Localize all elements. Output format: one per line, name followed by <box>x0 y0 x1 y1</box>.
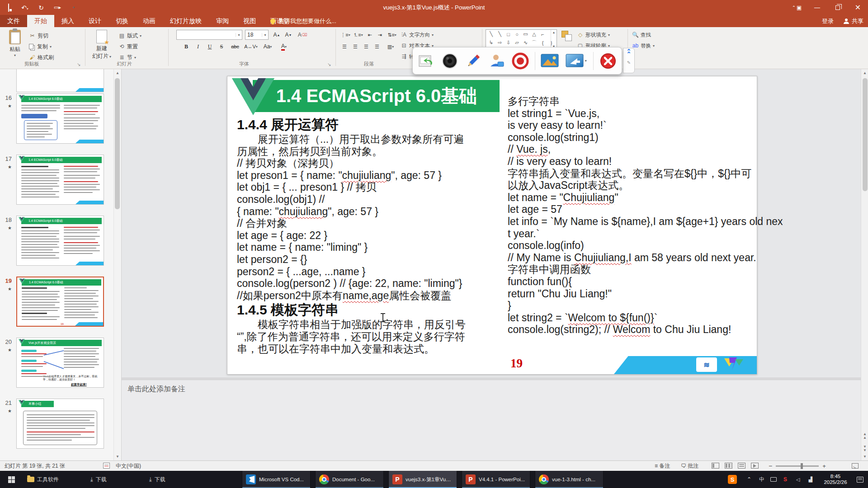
screen-share-dropdown[interactable]: ▾ <box>585 59 587 63</box>
pencil-icon[interactable] <box>464 52 482 70</box>
new-slide-button[interactable]: 新建 幻灯片 ▾ <box>90 29 114 60</box>
camera-lens-icon[interactable] <box>441 52 459 70</box>
text-shadow-button[interactable]: abc <box>229 42 241 52</box>
scroll-up-arrow[interactable]: ▲ <box>114 69 121 77</box>
shape-icon[interactable]: ⇨ <box>496 40 504 46</box>
spellcheck-icon[interactable] <box>103 461 110 471</box>
fit-to-window-icon[interactable] <box>852 461 859 471</box>
taskbar-toolbar-工具软件-0[interactable]: 工具软件 <box>27 471 59 488</box>
slide-thumbnail-18[interactable]: 1.4 ECMAScript 6.0基础 <box>16 216 104 266</box>
shape-icon[interactable]: ↳ <box>487 40 495 46</box>
slide-sorter-icon[interactable] <box>725 463 732 469</box>
volume-icon[interactable]: ◁ <box>794 477 802 483</box>
slide-right-column[interactable]: 多行字符串let string1 = `Vue.js,is very easy … <box>508 95 783 336</box>
tab-file[interactable]: 文件 <box>0 15 27 27</box>
strikethrough-button[interactable]: S <box>217 42 226 52</box>
font-name-combo[interactable]: ▾ <box>176 30 242 40</box>
minimize-button[interactable]: — <box>807 0 827 15</box>
ime-chinese[interactable]: 中 <box>758 476 766 483</box>
zoom-slider[interactable] <box>776 465 819 467</box>
gallery-scroll-arrows[interactable]: ▲▼ <box>551 30 557 49</box>
scroll-down-arrow[interactable]: ▼ <box>114 453 121 460</box>
shape-icon[interactable]: ○ <box>513 32 521 37</box>
underline-button[interactable]: U <box>205 42 214 52</box>
slide-thumbnail-15[interactable]: 案例演示：【例1-1、1-2】 <box>16 69 104 92</box>
layout-button[interactable]: ▤版式▾ <box>118 31 142 41</box>
replace-button[interactable]: ab替换▾ <box>632 41 655 51</box>
increase-indent-button[interactable]: ⇥ <box>375 30 384 40</box>
taskbar-clock[interactable]: 8:45 2025/2/26 <box>819 471 852 488</box>
workspace-scrollbar[interactable]: ▲ ▲▲ ▼▼ ▼ <box>861 69 868 460</box>
screen-share-icon[interactable]: ▾ <box>564 52 588 70</box>
numbering-button[interactable]: ⒈≡▾ <box>353 30 363 40</box>
paste-button[interactable]: 粘贴▾ <box>3 29 27 57</box>
slide-thumbnail-21[interactable]: 本章小结 <box>16 399 104 449</box>
shape-icon[interactable]: ▭ <box>522 31 529 37</box>
taskbar-app-Microsoft VS Cod...[interactable]: Microsoft VS Cod... <box>242 471 311 488</box>
bullets-button[interactable]: ⋮≡▾ <box>340 30 351 40</box>
tab-切换[interactable]: 切换 <box>108 15 136 27</box>
comments-toggle[interactable]: 🗨 批注 <box>681 461 698 471</box>
align-center-button[interactable]: ☰ <box>351 42 360 52</box>
ws-scroll-down-arrow[interactable]: ▼ <box>861 453 868 460</box>
previous-slide-button[interactable]: ▲▲ <box>861 431 868 439</box>
slide-left-column[interactable]: 1.4.4 展开运算符 展开运算符（...）用于取出参数对象所有可遍历属性，然后… <box>237 116 466 355</box>
find-button[interactable]: 🔍查找 <box>632 30 651 40</box>
justify-button[interactable]: ☰ <box>373 42 382 52</box>
ribbon-display-options-button[interactable]: ⌃▣ <box>787 0 807 15</box>
tab-设计[interactable]: 设计 <box>81 15 108 27</box>
reset-button[interactable]: ⟲重置 <box>118 42 138 52</box>
taskbar-app-V4.4.1 - PowerPoi...[interactable]: PV4.4.1 - PowerPoi... <box>462 471 530 488</box>
shape-icon[interactable]: ⌒ <box>530 39 538 46</box>
align-left-button[interactable]: ☰ <box>340 42 349 52</box>
next-slide-button[interactable]: ▼▼ <box>861 444 868 451</box>
shape-icon[interactable]: ╲ <box>487 31 495 37</box>
slideshow-view-icon[interactable] <box>751 463 759 469</box>
shape-icon[interactable]: ⌐ <box>539 32 547 37</box>
taskbar-toolbar-下载-2[interactable]: ⤓下载 <box>149 471 165 488</box>
slide-thumbnail-19[interactable]: 1.4 ECMAScript 6.0基础19 <box>16 277 104 327</box>
slide-canvas[interactable]: 1.4 ECMAScript 6.0基础 1.4.4 展开运算符 展开运算符（.… <box>227 76 757 375</box>
shape-icon[interactable]: ╲ <box>496 31 504 37</box>
decrease-indent-button[interactable]: ⇤ <box>365 30 374 40</box>
shape-fill-button[interactable]: ◇形状填充▾ <box>577 30 610 40</box>
sogou-s-icon[interactable]: S <box>781 476 789 483</box>
shape-icon[interactable]: { <box>539 40 547 46</box>
slide-thumbnail-16[interactable]: 1.4 ECMAScript 6.0基础 <box>16 94 104 144</box>
font-dialog-launcher[interactable]: ↘ <box>327 62 331 67</box>
zoom-in-button[interactable]: + <box>822 463 826 469</box>
collapse-chevrons-icon[interactable]: ⌃⌃ ✎ <box>623 48 635 73</box>
text-direction-button[interactable]: ⫶A文字方向▾ <box>401 30 434 40</box>
clear-formatting-button[interactable]: A⌫ <box>297 30 308 40</box>
taskbar-app-vue-1-3.html - ch...[interactable]: vue-1-3.html - ch... <box>535 471 604 488</box>
save-image-icon[interactable] <box>417 52 435 70</box>
bold-button[interactable]: B <box>182 42 191 52</box>
person-icon[interactable] <box>488 52 506 70</box>
tab-开始[interactable]: 开始 <box>27 15 54 27</box>
action-center-button[interactable] <box>854 471 866 488</box>
close-button[interactable]: ✕ <box>848 0 868 15</box>
login-button[interactable]: 登录 <box>822 17 834 25</box>
shape-icon[interactable]: □ <box>505 32 512 37</box>
language-indicator[interactable]: 中文(中国) <box>116 461 141 471</box>
taskbar-app-Document - Goo...[interactable]: Document - Goo... <box>315 471 384 488</box>
copy-button[interactable]: 复制▾ <box>29 42 52 52</box>
taskbar-app-vuejs3.x-第1章Vue...[interactable]: Pvuejs3.x-第1章Vue... <box>388 471 457 488</box>
shape-icon[interactable]: △ <box>530 31 538 37</box>
tab-插入[interactable]: 插入 <box>54 15 81 27</box>
thumbnail-scrollbar[interactable]: ▲ ▼ <box>113 69 121 460</box>
share-button[interactable]: 共享 <box>844 17 863 25</box>
clipboard-dialog-launcher[interactable]: ↘ <box>77 62 80 67</box>
slide-thumbnail-17[interactable]: 1.4 ECMAScript 6.0基础 <box>16 155 104 205</box>
taskbar-toolbar-下载-1[interactable]: ⤓下载 <box>90 471 107 488</box>
font-size-combo[interactable]: 18▾ <box>245 30 269 40</box>
ws-scroll-up-arrow[interactable]: ▲ <box>861 69 868 77</box>
align-right-button[interactable]: ☰ <box>362 42 371 52</box>
normal-view-icon[interactable] <box>712 463 719 469</box>
shape-icon[interactable]: ⇩ <box>505 40 512 46</box>
screen-image-icon[interactable] <box>541 52 559 70</box>
start-button[interactable] <box>0 471 23 488</box>
shape-icon[interactable]: ∿ <box>522 40 529 46</box>
restore-button[interactable] <box>827 0 848 15</box>
network-icon[interactable]: ▟ <box>807 477 815 483</box>
